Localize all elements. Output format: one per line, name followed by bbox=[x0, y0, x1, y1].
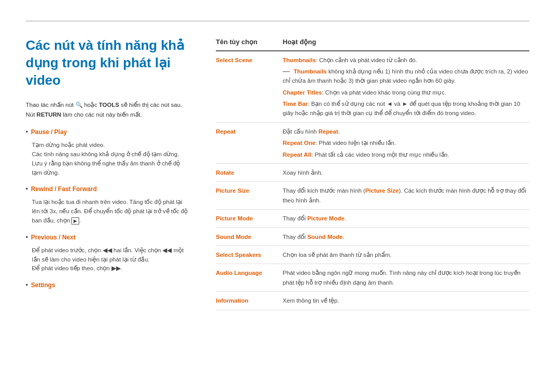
table-row: Select Scene Thumbnails: Chọn cảnh và ph… bbox=[216, 51, 529, 123]
play-icon: ▶ bbox=[71, 217, 79, 225]
row-name-audio-language: Audio Language bbox=[216, 268, 283, 277]
row-desc-repeat: Đặt cấu hình Repeat. Repeat One: Phát vi… bbox=[283, 127, 529, 159]
row-name-rotate: Rotate bbox=[216, 168, 283, 177]
row-desc-picture-mode: Thay đổi Picture Mode. bbox=[283, 214, 529, 223]
picture-size-label: Picture Size bbox=[365, 188, 399, 194]
bullet-dot-1: • bbox=[26, 127, 28, 139]
feature-heading-rewind: Rewind / Fast Forward bbox=[31, 184, 97, 194]
table-row: Information Xem thông tin về tệp. bbox=[216, 292, 529, 310]
row-name-picture-size: Picture Size bbox=[216, 186, 283, 195]
repeat-one-label: Repeat One bbox=[283, 140, 316, 146]
feature-desc-previous-next: Để phát video trước, chọn ◀◀ hai lần. Vi… bbox=[26, 246, 190, 273]
row-desc-sound-mode: Thay đổi Sound Mode. bbox=[283, 232, 529, 241]
left-column: Các nút và tính năng khả dụng trong khi … bbox=[26, 37, 190, 310]
col-name-header: Tên tùy chọn bbox=[216, 37, 283, 47]
table-row: Picture Mode Thay đổi Picture Mode. bbox=[216, 210, 529, 228]
row-desc-audio-language: Phát video bằng ngôn ngữ mong muốn. Tính… bbox=[283, 268, 529, 287]
picture-mode-label: Picture Mode bbox=[307, 215, 344, 221]
page-layout: Các nút và tính năng khả dụng trong khi … bbox=[26, 37, 529, 310]
thumbnails-label-1: Thumbnails bbox=[283, 57, 316, 63]
row-desc-select-scene: Thumbnails: Chọn cảnh và phát video từ c… bbox=[283, 55, 529, 118]
feature-pause-play: • Pause / Play Tạm dừng hoặc phát video.… bbox=[26, 127, 190, 177]
bullet-dot-4: • bbox=[26, 281, 28, 292]
feature-settings: • Settings bbox=[26, 281, 190, 292]
feature-rewind-fastforward: • Rewind / Fast Forward Tua lại hoặc tua… bbox=[26, 184, 190, 225]
table-row: Audio Language Phát video bằng ngôn ngữ … bbox=[216, 264, 529, 292]
row-desc-rotate: Xoay hình ảnh. bbox=[283, 168, 529, 177]
row-name-select-speakers: Select Speakers bbox=[216, 250, 283, 259]
row-name-sound-mode: Sound Mode bbox=[216, 232, 283, 241]
table-row: Repeat Đặt cấu hình Repeat. Repeat One: … bbox=[216, 123, 529, 164]
sound-mode-label: Sound Mode bbox=[307, 234, 343, 240]
feature-heading-previous-next: Previous / Next bbox=[31, 233, 76, 242]
right-column: Tên tùy chọn Hoạt động Select Scene Thum… bbox=[216, 37, 529, 310]
feature-list: • Pause / Play Tạm dừng hoặc phát video.… bbox=[26, 127, 190, 292]
top-border bbox=[26, 21, 529, 22]
table-header-row: Tên tùy chọn Hoạt động bbox=[216, 37, 529, 51]
feature-heading-pause-play: Pause / Play bbox=[31, 127, 67, 137]
table-row: Sound Mode Thay đổi Sound Mode. bbox=[216, 228, 529, 246]
row-name-information: Information bbox=[216, 296, 283, 305]
row-desc-picture-size: Thay đổi kích thước màn hình (Picture Si… bbox=[283, 186, 529, 205]
row-name-picture-mode: Picture Mode bbox=[216, 214, 283, 223]
bullet-dot-2: • bbox=[26, 184, 28, 196]
table-row: Rotate Xoay hình ảnh. bbox=[216, 164, 529, 182]
table-row: Select Speakers Chọn loa sẽ phát âm than… bbox=[216, 246, 529, 264]
row-desc-select-speakers: Chọn loa sẽ phát âm thanh từ sản phẩm. bbox=[283, 250, 529, 259]
row-desc-information: Xem thông tin về tệp. bbox=[283, 296, 529, 305]
col-action-header: Hoạt động bbox=[283, 37, 529, 47]
repeat-label-1: Repeat bbox=[319, 128, 338, 135]
table-row: Picture Size Thay đổi kích thước màn hìn… bbox=[216, 182, 529, 210]
repeat-all-label: Repeat All bbox=[283, 152, 311, 158]
chapter-titles-label: Chapter Titles bbox=[283, 89, 322, 96]
feature-previous-next: • Previous / Next Để phát video trước, c… bbox=[26, 233, 190, 273]
feature-desc-pause-play: Tạm dừng hoặc phát video. Các tính năng … bbox=[26, 141, 190, 177]
intro-text: Thao tác nhấn nút 🔍 hoặc TOOLS sẽ hiển t… bbox=[26, 100, 190, 119]
row-name-repeat: Repeat bbox=[216, 127, 283, 136]
bullet-dot-3: • bbox=[26, 233, 28, 244]
row-name-select-scene: Select Scene bbox=[216, 55, 283, 65]
time-bar-label: Time Bar bbox=[283, 101, 308, 107]
page-title: Các nút và tính năng khả dụng trong khi … bbox=[26, 37, 190, 89]
feature-heading-settings: Settings bbox=[31, 281, 55, 290]
thumbnails-label-2: Thumbnails bbox=[293, 68, 327, 74]
feature-desc-rewind: Tua lại hoặc tua đi nhanh trên video. Tă… bbox=[26, 198, 190, 225]
